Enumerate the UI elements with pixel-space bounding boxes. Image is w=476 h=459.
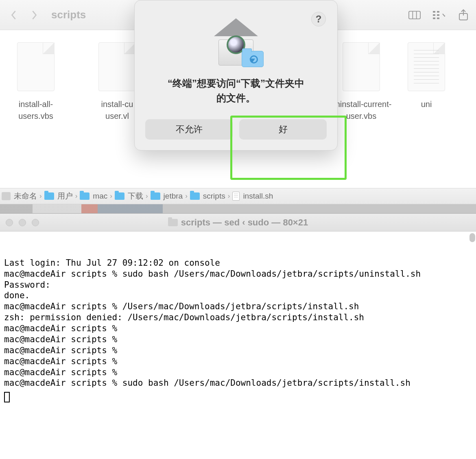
folder-icon <box>151 192 160 200</box>
dialog-app-icon <box>212 17 260 66</box>
chevron-right-icon: › <box>39 192 42 200</box>
path-label: install.sh <box>243 192 273 201</box>
grid-icon <box>433 11 440 19</box>
folder-icon <box>115 192 124 200</box>
chevron-right-icon: › <box>146 192 148 200</box>
zoom-dot[interactable] <box>32 219 39 226</box>
share-icon <box>458 9 469 21</box>
deny-button[interactable]: 不允许 <box>145 119 233 140</box>
dialog-message: “终端”想要访问“下载”文件夹中 的文件。 <box>145 76 327 119</box>
file-item[interactable]: uninstall-current-user.vbs <box>329 42 394 122</box>
background-strip <box>0 204 476 213</box>
path-segment[interactable]: jetbra <box>151 192 183 201</box>
terminal-window: scripts — sed ‹ sudo — 80×21 Last login:… <box>0 213 476 459</box>
path-label: jetbra <box>164 192 183 201</box>
path-label: 未命名 <box>14 191 37 201</box>
svg-rect-10 <box>437 17 439 19</box>
question-mark-icon: ? <box>316 13 322 25</box>
path-label: scripts <box>203 192 225 201</box>
terminal-cursor <box>4 392 10 402</box>
file-icon <box>408 42 445 91</box>
terminal-output: Last login: Thu Jul 27 09:12:02 on conso… <box>4 258 421 388</box>
columns-icon <box>408 11 421 20</box>
chevron-left-icon <box>10 10 17 20</box>
path-label: mac <box>93 192 107 201</box>
permission-dialog: ? “终端”想要访问“下载”文件夹中 的文件。 不允许 好 <box>134 0 338 151</box>
path-segment[interactable]: 下载 <box>115 191 143 201</box>
path-label: 用户 <box>57 191 73 201</box>
view-grid-dropdown[interactable] <box>433 9 445 21</box>
folder-icon <box>190 192 200 200</box>
path-segment[interactable]: install.sh <box>232 192 273 201</box>
allow-button[interactable]: 好 <box>239 119 327 140</box>
scrollbar-thumb[interactable] <box>469 233 475 242</box>
minimize-dot[interactable] <box>19 219 26 226</box>
terminal-titlebar[interactable]: scripts — sed ‹ sudo — 80×21 <box>0 214 476 232</box>
chevron-right-icon: › <box>185 192 188 200</box>
chevron-right-icon: › <box>228 192 230 200</box>
file-icon <box>98 42 136 91</box>
svg-rect-6 <box>433 14 435 16</box>
location-title: scripts <box>51 9 86 21</box>
terminal-title: scripts — sed ‹ sudo — 80×21 <box>181 217 308 228</box>
folder-icon <box>44 192 54 200</box>
window-controls[interactable] <box>6 219 39 226</box>
svg-rect-9 <box>433 17 435 19</box>
chevron-right-icon <box>31 10 38 20</box>
folder-icon <box>168 219 178 226</box>
file-label: install-all-users.vbs <box>18 98 53 122</box>
dialog-message-line1: “终端”想要访问“下载”文件夹中 <box>168 78 304 89</box>
svg-rect-3 <box>433 11 435 13</box>
disk-icon <box>2 192 11 200</box>
nav-forward-button[interactable] <box>27 8 41 22</box>
file-item[interactable]: install-all-users.vbs <box>3 42 68 122</box>
dialog-message-line2: 的文件。 <box>153 91 319 105</box>
folder-icon <box>80 192 90 200</box>
chevron-right-icon: › <box>110 192 112 200</box>
document-icon <box>232 192 240 201</box>
file-icon <box>17 42 55 91</box>
file-label: uninstall-current-user.vbs <box>331 98 392 122</box>
chevron-down-icon <box>442 13 445 17</box>
file-label: uni <box>421 98 432 110</box>
finder-pathbar[interactable]: 未命名 › 用户 › mac › 下载 › jetbra › scripts ›… <box>0 188 476 204</box>
file-label: install-cuuser.vl <box>101 98 133 122</box>
view-columns-button[interactable] <box>408 9 421 21</box>
file-item[interactable]: uni <box>410 42 443 110</box>
svg-rect-0 <box>409 11 420 19</box>
nav-back-button[interactable] <box>7 8 21 22</box>
path-segment[interactable]: 用户 <box>44 191 73 201</box>
path-segment[interactable]: 未命名 <box>2 191 37 201</box>
path-label: 下载 <box>128 191 143 201</box>
svg-rect-4 <box>437 11 439 13</box>
share-button[interactable] <box>457 9 469 21</box>
path-segment[interactable]: scripts <box>190 192 225 201</box>
close-dot[interactable] <box>6 219 13 226</box>
path-segment[interactable]: mac <box>80 192 107 201</box>
svg-rect-7 <box>437 14 439 16</box>
file-icon <box>343 42 380 91</box>
help-button[interactable]: ? <box>311 12 326 26</box>
terminal-body[interactable]: Last login: Thu Jul 27 09:12:02 on conso… <box>0 232 476 459</box>
chevron-right-icon: › <box>75 192 78 200</box>
